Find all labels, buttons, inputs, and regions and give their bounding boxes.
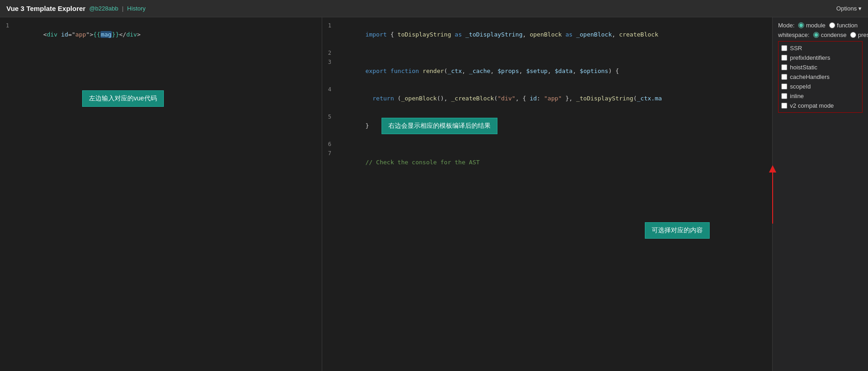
arrow-indicator	[759, 164, 786, 225]
mode-module-text: module	[806, 22, 826, 29]
options-panel: Mode: module function whitespace: conden…	[772, 17, 868, 371]
v2-compat-mode-checkbox[interactable]	[781, 103, 787, 109]
line-content: export function render(_ctx, _cache, $pr…	[337, 57, 619, 85]
line-number: 2	[322, 48, 337, 57]
line-content: }	[337, 112, 369, 140]
mode-function-radio[interactable]	[829, 22, 835, 28]
scope-id-checkbox[interactable]	[781, 84, 787, 89]
line-number: 1	[0, 21, 15, 30]
line-number: 4	[322, 85, 337, 94]
mode-function-label[interactable]: function	[829, 22, 858, 29]
header-separator: |	[122, 5, 123, 12]
inline-label[interactable]: inline	[781, 91, 859, 101]
mode-row: Mode: module function	[778, 22, 863, 29]
line-content: // Check the console for the AST	[337, 149, 480, 176]
ssr-label: SSR	[790, 45, 802, 52]
ssr-checkbox[interactable]	[781, 45, 787, 51]
left-editor-panel[interactable]: 1 <div id="app">{{mag}}</div> 左边输入对应的vue…	[0, 17, 322, 371]
prefix-identifiers-text: prefixIdentifiers	[790, 54, 830, 61]
left-annotation-box: 左边输入对应的vue代码	[82, 90, 164, 107]
whitespace-preserve-radio[interactable]	[850, 32, 856, 38]
history-link[interactable]: History	[127, 5, 146, 12]
whitespace-preserve-label[interactable]: preserve	[850, 31, 868, 38]
options-button[interactable]: Options ▾	[837, 5, 862, 12]
line-number: 3	[322, 57, 337, 67]
commit-link[interactable]: @b228abb	[89, 5, 118, 12]
inline-checkbox[interactable]	[781, 93, 787, 99]
checkboxes-container: SSR prefixIdentifiers hoistStatic cacheH…	[778, 41, 863, 113]
scope-id-label[interactable]: scopeId	[781, 82, 859, 91]
hoist-static-checkbox[interactable]	[781, 64, 787, 70]
app-title: Vue 3 Template Explorer	[6, 5, 85, 12]
code-line-1: 1 <div id="app">{{mag}}</div>	[0, 21, 322, 48]
line-content: <div id="app">{{mag}}</div>	[15, 21, 141, 48]
main-area: 1 <div id="app">{{mag}}</div> 左边输入对应的vue…	[0, 17, 868, 371]
hoist-static-text: hoistStatic	[790, 64, 817, 71]
whitespace-row: whitespace: condense preserve	[778, 31, 863, 38]
hoist-static-label[interactable]: hoistStatic	[781, 63, 859, 72]
annotation-arrow-svg	[759, 164, 786, 224]
inline-text: inline	[790, 93, 804, 99]
whitespace-label: whitespace:	[778, 31, 810, 38]
prefix-identifiers-checkbox[interactable]	[781, 55, 787, 61]
v2-compat-mode-text: v2 compat mode	[790, 102, 834, 109]
line-number: 6	[322, 140, 337, 149]
mode-module-label[interactable]: module	[798, 22, 826, 29]
line-number: 5	[322, 112, 337, 121]
cache-handlers-label[interactable]: cacheHandlers	[781, 72, 859, 82]
cache-handlers-checkbox[interactable]	[781, 74, 787, 80]
line-number: 1	[322, 21, 337, 30]
cache-handlers-text: cacheHandlers	[790, 73, 830, 80]
line-content: import { toDisplayString as _toDisplaySt…	[337, 21, 658, 48]
line-number: 7	[322, 149, 337, 158]
mode-module-radio[interactable]	[798, 22, 804, 28]
header-left: Vue 3 Template Explorer @b228abb | Histo…	[6, 5, 146, 12]
mode-function-text: function	[837, 22, 858, 29]
prefix-identifiers-label[interactable]: prefixIdentifiers	[781, 53, 859, 63]
whitespace-condense-label[interactable]: condense	[813, 31, 847, 38]
whitespace-condense-text: condense	[821, 31, 847, 38]
whitespace-preserve-text: preserve	[858, 31, 868, 38]
line-content: return (_openBlock(), _createBlock("div"…	[337, 85, 662, 112]
scope-id-text: scopeId	[790, 83, 811, 90]
ssr-checkbox-label[interactable]: SSR	[781, 43, 859, 53]
v2-compat-mode-label[interactable]: v2 compat mode	[781, 101, 859, 110]
whitespace-condense-radio[interactable]	[813, 32, 819, 38]
header: Vue 3 Template Explorer @b228abb | Histo…	[0, 0, 868, 17]
mode-label: Mode:	[778, 22, 795, 29]
